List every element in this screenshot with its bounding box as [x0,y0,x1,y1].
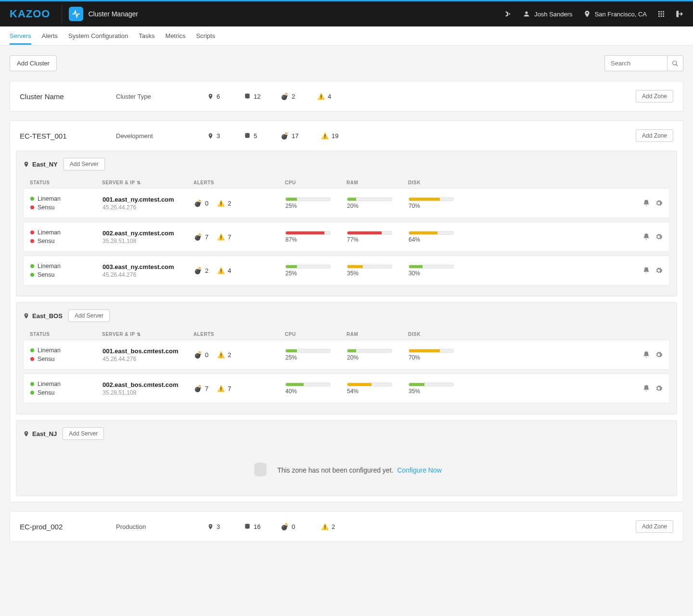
sort-icon[interactable]: ⇅ [137,332,141,337]
server-row[interactable]: LinemanSensu 001.east_bos.cmtest.com 45.… [23,340,670,370]
gear-icon[interactable] [655,233,663,241]
critical-count: 💣2 [194,267,208,274]
nav-tasks[interactable]: Tasks [139,27,154,45]
bomb-icon: 💣 [194,385,202,392]
metric: 64% [409,231,470,243]
bomb-icon: 💣 [194,351,202,359]
stat-warnings: ⚠️2 [321,523,352,530]
critical-count: 💣0 [194,351,208,359]
server-ip: 45.26.44.276 [103,356,194,362]
server-row[interactable]: LinemanSensu 002.east_bos.cmtest.com 35.… [23,373,670,403]
nav-servers[interactable]: Servers [10,27,31,45]
add-server-button[interactable]: Add Server [63,427,104,440]
bomb-icon: 💣 [194,199,202,207]
status-line: Sensu [30,203,103,212]
nav-metrics[interactable]: Metrics [166,27,186,45]
sort-icon[interactable]: ⇅ [137,180,141,185]
header-stat-zones: 6 [207,93,234,100]
server-col: 002.east_bos.cmtest.com 35.28.51.108 [103,381,194,396]
app-title: Cluster Manager [88,10,138,18]
user-name: Josh Sanders [534,11,573,18]
status-line: Sensu [30,237,103,245]
add-cluster-button[interactable]: Add Cluster [10,55,57,71]
col-header-cluster-name: Cluster Name [20,92,106,101]
svg-point-11 [673,61,677,64]
svg-rect-8 [661,15,662,17]
cluster-name: EC-prod_002 [20,523,106,531]
row-actions [470,267,663,275]
server-col: 002.east_ny.cmtest.com 35.28.51.108 [103,230,194,244]
metric: 87% [285,231,347,243]
gear-icon[interactable] [655,351,663,359]
bell-icon[interactable] [642,351,650,359]
search-input[interactable] [604,55,667,71]
search-button[interactable] [667,55,683,71]
apps-grid-icon[interactable] [657,10,665,18]
add-server-button[interactable]: Add Server [64,158,105,170]
server-row[interactable]: LinemanSensu 002.east_ny.cmtest.com 35.2… [23,222,670,252]
toolbar: Add Cluster [10,55,683,71]
row-actions [470,351,663,359]
metric: 40% [285,383,347,395]
database-icon [251,461,270,479]
status-dot [30,264,34,268]
server-row[interactable]: LinemanSensu 003.east_ny.cmtest.com 45.2… [23,256,670,285]
server-host: 001.east_bos.cmtest.com [103,347,194,355]
bell-icon[interactable] [642,385,650,392]
add-zone-button[interactable]: Add Zone [636,520,673,533]
logout-icon[interactable] [676,10,683,18]
page: Add Cluster Cluster Name Cluster Type 6 … [0,46,693,560]
bell-icon[interactable] [642,199,650,207]
gear-icon[interactable] [655,199,663,207]
critical-count: 💣7 [194,385,208,392]
status-dot [30,197,34,201]
table-head: STATUS SERVER & IP ⇅ ALERTS CPU RAM DISK [23,177,670,188]
bell-icon[interactable] [642,233,650,241]
gear-icon[interactable] [655,385,663,392]
configure-now-link[interactable]: Configure Now [397,466,442,474]
search [604,55,683,71]
svg-rect-2 [661,11,662,13]
row-actions [470,233,663,241]
bomb-icon: 💣 [281,92,289,100]
stat-zones: 3 [207,132,234,140]
tree-icon[interactable] [504,10,512,18]
alerts-col: 💣7 ⚠️7 [194,385,285,392]
app-icon[interactable] [69,7,83,21]
warning-count: ⚠️7 [217,385,231,392]
zone-name: East_NJ [23,430,57,437]
server-ip: 35.28.51.108 [103,389,194,396]
empty-zone: This zone has not been configured yet. C… [23,447,670,489]
add-zone-button[interactable]: Add Zone [636,90,673,103]
metric: 35% [347,265,409,277]
navbar: Servers Alerts System Configuration Task… [0,26,693,46]
server-col: 001.east_bos.cmtest.com 45.26.44.276 [103,347,194,362]
location-menu[interactable]: San Francisco, CA [583,10,647,18]
svg-rect-6 [663,13,664,15]
bomb-icon: 💣 [194,267,202,274]
warning-icon: ⚠️ [321,132,329,140]
user-menu[interactable]: Josh Sanders [523,10,573,18]
gear-icon[interactable] [655,267,663,274]
cluster-name: EC-TEST_001 [20,132,106,140]
server-host: 002.east_ny.cmtest.com [103,230,194,237]
header-stat-critical: 💣 2 [281,92,308,100]
status-col: LinemanSensu [30,228,103,245]
cluster: EC-prod_002 Production 3 16 💣0 ⚠️2 Add Z… [10,511,683,542]
svg-rect-7 [658,15,660,17]
zone: East_BOS Add Server STATUS SERVER & IP ⇅… [16,302,677,414]
warning-icon: ⚠️ [217,385,225,392]
warning-icon: ⚠️ [321,523,329,530]
nav-scripts[interactable]: Scripts [196,27,215,45]
add-server-button[interactable]: Add Server [68,309,110,322]
status-dot [30,239,34,243]
add-zone-button[interactable]: Add Zone [636,129,673,142]
bomb-icon: 💣 [281,523,289,530]
bell-icon[interactable] [642,267,650,274]
nav-system-configuration[interactable]: System Configuration [68,27,128,45]
status-line: Lineman [30,346,103,355]
status-line: Lineman [30,262,103,270]
server-row[interactable]: LinemanSensu 001.east_ny.cmtest.com 45.2… [23,188,670,218]
nav-alerts[interactable]: Alerts [42,27,58,45]
server-ip: 45.26.44.276 [103,204,194,211]
